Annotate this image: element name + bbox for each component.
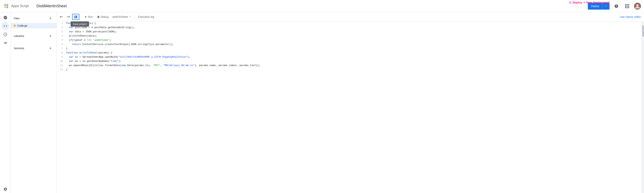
code-line-1: 1 function doPost(e) { <box>57 21 642 26</box>
libraries-section: Libraries <box>11 30 56 42</box>
logo-area: Apps Script <box>3 3 29 9</box>
code-line-11: 11 ws.appendRow([Utilities.formatDate(ne… <box>57 64 642 68</box>
function-selector[interactable]: writeToSheet <box>111 14 133 20</box>
project-name[interactable]: DistillAlertInSheet <box>36 4 67 8</box>
execution-log-label: Execution log <box>138 15 154 18</box>
code-line-9: 9 var ss = SpreadsheetApp.openById("1UJl… <box>57 55 642 59</box>
debug-button[interactable]: Debug <box>95 14 110 20</box>
line-num-7: 7 <box>57 47 66 50</box>
add-file-button[interactable] <box>47 15 54 21</box>
code-line-12: 12 } <box>57 68 642 72</box>
code-line-8: 8 function writeToSheet(params) { <box>57 51 642 55</box>
vertical-scrollbar[interactable] <box>642 21 644 193</box>
libraries-label: Libraries <box>14 34 24 37</box>
redo-button[interactable] <box>65 14 71 20</box>
line-num-11: 11 <box>57 64 66 67</box>
line-content-1: function doPost(e) { <box>66 21 642 25</box>
line-num-9: 9 <box>57 55 66 59</box>
sidebar: Files Code.gs Libraries Services <box>11 12 57 193</box>
app-title-label: Apps Script <box>11 4 29 8</box>
line-num-6: 6 <box>57 42 66 46</box>
line-num-2: 2 <box>57 26 66 29</box>
execution-log-button[interactable]: Execution log <box>136 14 156 20</box>
nav-settings-button[interactable] <box>2 185 9 193</box>
code-line-7: 7 } <box>57 47 642 51</box>
nav-editor-button[interactable] <box>2 22 9 30</box>
save-tooltip-text: Save project <box>73 22 87 25</box>
scrollbar-thumb <box>642 25 644 37</box>
google-apps-button[interactable] <box>623 2 631 10</box>
line-num-5: 5 <box>57 38 66 42</box>
nav-triggers-button[interactable] <box>2 31 9 38</box>
code-line-3: 3 var data = JSON.parse(postJSON); <box>57 30 642 34</box>
code-line-2: 2 var postJSON = e.postData.getDataAsStr… <box>57 26 642 30</box>
line-num-8: 8 <box>57 51 66 55</box>
services-label: Services <box>14 47 24 50</box>
main-layout: Files Code.gs Libraries Services <box>0 12 644 193</box>
services-section: Services <box>11 42 56 54</box>
libraries-header: Libraries <box>11 31 56 41</box>
line-content-9: var ss = SpreadsheetApp.openById("1UJl79… <box>66 55 642 59</box>
svg-point-1 <box>636 4 639 6</box>
deploy-annotation: 2. Deploy -> New Deployment <box>569 1 610 4</box>
user-avatar[interactable] <box>634 3 641 9</box>
line-num-3: 3 <box>57 30 66 34</box>
save-project-tooltip: Save project <box>70 21 89 27</box>
files-section: Files Code.gs <box>11 12 56 30</box>
function-name: writeToSheet <box>112 15 128 18</box>
toolbar-divider-2 <box>135 14 135 19</box>
toolbar: 1. Save the project Run Debug writeToShe… <box>57 12 644 21</box>
nav-variables-button[interactable] <box>2 39 9 47</box>
run-button[interactable]: Run <box>83 14 94 20</box>
use-classic-editor-button[interactable]: Use classic editor <box>618 15 642 18</box>
line-num-1: 1 <box>57 21 66 25</box>
apps-script-logo <box>3 3 9 9</box>
code-line-4: 4 writeToSheet(data); <box>57 34 642 38</box>
run-label: Run <box>88 15 93 18</box>
line-content-7: } <box>66 47 642 51</box>
top-bar: Apps Script DistillAlertInSheet 2. Deplo… <box>0 0 644 12</box>
line-content-10: var ws = ss.getSheetByName("time"); <box>66 59 642 63</box>
line-content-6: return ContentService.createTextOutput(J… <box>66 42 642 46</box>
line-num-10: 10 <box>57 59 66 63</box>
files-header: Files <box>11 14 56 23</box>
help-button[interactable] <box>612 2 620 10</box>
file-status-dot <box>14 25 16 27</box>
code-line-10: 10 var ws = ss.getSheetByName("time"); <box>57 59 642 64</box>
add-library-button[interactable] <box>47 33 54 39</box>
services-header: Services <box>11 44 56 53</box>
add-service-button[interactable] <box>47 45 54 51</box>
code-editor[interactable]: 1 function doPost(e) { 2 var postJSON = … <box>57 21 642 193</box>
left-nav <box>0 12 11 193</box>
line-content-5: if(typeof e !== 'undefined') <box>66 38 642 42</box>
line-content-3: var data = JSON.parse(postJSON); <box>66 30 642 34</box>
undo-button[interactable] <box>58 14 64 20</box>
line-content-11: ws.appendRow([Utilities.formatDate(new D… <box>66 64 642 68</box>
editor-area: 1. Save the project Run Debug writeToShe… <box>57 12 644 193</box>
file-name-label: Code.gs <box>17 24 27 27</box>
debug-label: Debug <box>101 15 108 18</box>
files-label: Files <box>14 17 20 20</box>
code-gs-file[interactable]: Code.gs <box>11 23 56 28</box>
line-num-4: 4 <box>57 34 66 38</box>
line-num-12: 12 <box>57 68 66 72</box>
code-line-5: 5 if(typeof e !== 'undefined') <box>57 38 642 42</box>
line-content-2: var postJSON = e.postData.getDataAsStrin… <box>66 26 642 30</box>
nav-overview-button[interactable] <box>2 14 9 21</box>
save-button[interactable] <box>72 14 80 20</box>
line-content-12: } <box>66 68 642 72</box>
line-content-8: function writeToSheet(params) { <box>66 51 642 55</box>
grid-dots-icon <box>625 4 629 8</box>
use-classic-label: Use classic editor <box>620 15 641 18</box>
line-content-4: writeToSheet(data); <box>66 34 642 38</box>
code-line-6: 6 return ContentService.createTextOutput… <box>57 42 642 47</box>
